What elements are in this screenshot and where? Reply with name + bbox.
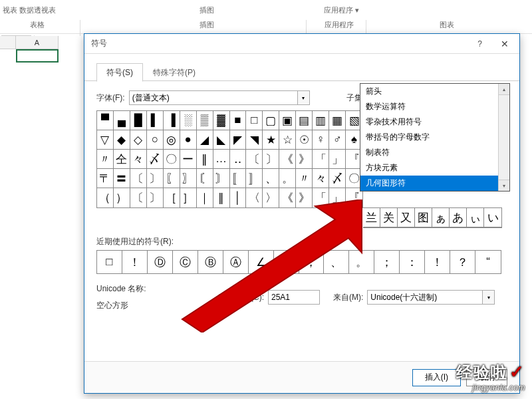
recent-symbols-row[interactable]: □！ⒹⒸⒷⒶ∠└，、。；：！？“ bbox=[96, 250, 501, 274]
symbol-cell[interactable]: 」 bbox=[329, 150, 346, 169]
recent-symbol-cell[interactable]: ！ bbox=[122, 251, 148, 273]
symbol-cell[interactable]: ◥ bbox=[246, 130, 263, 150]
symbol-cell[interactable]: ♂ bbox=[329, 130, 346, 150]
symbol-cell[interactable]: ［ bbox=[164, 188, 180, 207]
recent-symbol-cell[interactable]: Ⓑ bbox=[198, 251, 223, 273]
symbol-cell[interactable]: █ bbox=[130, 111, 147, 130]
symbol-cell[interactable]: 〇 bbox=[164, 150, 180, 169]
active-cell[interactable] bbox=[16, 49, 59, 63]
symbol-cell[interactable]: ▽ bbox=[97, 130, 114, 150]
symbol-cell[interactable]: 又 bbox=[398, 208, 415, 227]
symbol-cell[interactable]: ▐ bbox=[164, 111, 180, 130]
symbol-cell[interactable]: 兰 bbox=[363, 208, 380, 227]
recent-symbol-cell[interactable]: □ bbox=[97, 251, 122, 273]
symbol-cell[interactable]: ◢ bbox=[197, 130, 213, 150]
symbol-cell[interactable]: ▌ bbox=[147, 111, 164, 130]
symbol-cell[interactable]: ▥ bbox=[313, 111, 329, 130]
dropdown-item[interactable]: 零杂技术用符号 bbox=[360, 114, 509, 130]
symbol-cell[interactable]: 〓 bbox=[114, 169, 130, 188]
symbol-grid[interactable]: ▀▄█▌▐░▒▓■□▢▣▤▥▦▧ ▽◆◇○◎●◢◣◤◥★☆☉♀♂♠ 〃仝々〆〇ー… bbox=[96, 110, 363, 208]
recent-symbol-cell[interactable]: ∠ bbox=[249, 251, 274, 273]
recent-symbol-cell[interactable]: Ⓓ bbox=[148, 251, 173, 273]
symbol-cell[interactable]: 关 bbox=[380, 208, 398, 227]
symbol-cell[interactable]: 〙 bbox=[213, 169, 230, 188]
symbol-cell[interactable]: 〆 bbox=[147, 150, 164, 169]
symbol-cell[interactable]: ▀ bbox=[97, 111, 114, 130]
symbol-cell[interactable]: 〕 bbox=[147, 169, 164, 188]
recent-symbol-cell[interactable]: ： bbox=[400, 251, 425, 273]
symbol-cell[interactable]: 〘 bbox=[197, 169, 213, 188]
symbol-cell[interactable]: い bbox=[484, 208, 501, 227]
symbol-cell[interactable]: 〚 bbox=[230, 169, 247, 188]
recent-symbol-cell[interactable]: “ bbox=[475, 251, 501, 273]
symbol-cell[interactable]: 「 bbox=[313, 188, 329, 207]
help-button[interactable]: ? bbox=[475, 38, 485, 50]
symbol-cell[interactable]: 〉 bbox=[263, 188, 279, 207]
symbol-cell[interactable]: 〔 bbox=[130, 188, 147, 207]
scroll-up-icon[interactable]: ▴ bbox=[499, 84, 509, 95]
select-all-corner[interactable] bbox=[0, 36, 16, 49]
col-header-a[interactable]: A bbox=[16, 36, 59, 49]
symbol-cell[interactable]: ◎ bbox=[164, 130, 180, 150]
symbol-cell[interactable]: ♀ bbox=[313, 130, 329, 150]
recent-symbol-cell[interactable]: ！ bbox=[425, 251, 450, 273]
symbol-cell[interactable]: 〔 bbox=[246, 150, 263, 169]
symbol-cell[interactable]: ◣ bbox=[213, 130, 230, 150]
recent-symbol-cell[interactable]: 。 bbox=[349, 251, 374, 273]
symbol-cell[interactable]: ☆ bbox=[279, 130, 296, 150]
dropdown-item[interactable]: 数学运算符 bbox=[360, 99, 509, 114]
symbol-cell[interactable]: 」 bbox=[329, 188, 346, 207]
insert-button[interactable]: 插入(I) bbox=[412, 369, 461, 386]
symbol-cell[interactable]: ｜ bbox=[197, 188, 213, 207]
symbol-cell[interactable]: ▄ bbox=[114, 111, 130, 130]
symbol-cell[interactable]: ■ bbox=[230, 111, 247, 130]
recent-symbol-cell[interactable]: Ⓒ bbox=[173, 251, 198, 273]
symbol-cell[interactable]: 〕 bbox=[263, 150, 279, 169]
dropdown-item[interactable]: 箭头 bbox=[360, 84, 509, 99]
symbol-cell[interactable]: ☉ bbox=[296, 130, 313, 150]
dropdown-item[interactable]: 方块元素 bbox=[360, 160, 509, 176]
symbol-cell[interactable]: 〆 bbox=[329, 169, 346, 188]
symbol-cell[interactable]: ー bbox=[180, 150, 197, 169]
symbol-cell[interactable]: 〈 bbox=[246, 188, 263, 207]
symbol-cell[interactable]: ‖ bbox=[213, 188, 230, 207]
symbol-cell[interactable]: あ bbox=[450, 208, 467, 227]
symbol-cell[interactable]: ○ bbox=[147, 130, 164, 150]
symbol-cell[interactable]: │ bbox=[230, 188, 247, 207]
symbol-cell[interactable]: 〖 bbox=[164, 169, 180, 188]
recent-symbol-cell[interactable]: ？ bbox=[450, 251, 475, 273]
from-combo[interactable]: Unicode(十六进制) ▾ bbox=[367, 290, 495, 305]
symbol-cell[interactable]: 〕 bbox=[147, 188, 164, 207]
symbol-cell[interactable]: … bbox=[213, 150, 230, 169]
symbol-cell[interactable]: ▒ bbox=[197, 111, 213, 130]
symbol-cell[interactable]: ） bbox=[114, 188, 130, 207]
symbol-cell[interactable]: ‖ bbox=[197, 150, 213, 169]
symbol-cell[interactable]: ◆ bbox=[114, 130, 130, 150]
recent-symbol-cell[interactable]: ， bbox=[299, 251, 325, 273]
symbol-cell[interactable]: ▣ bbox=[279, 111, 296, 130]
recent-symbol-cell[interactable]: └ bbox=[274, 251, 299, 273]
recent-symbol-cell[interactable]: ； bbox=[374, 251, 400, 273]
symbol-cell[interactable]: ‥ bbox=[230, 150, 247, 169]
dropdown-item[interactable]: 带括号的字母数字 bbox=[360, 130, 509, 145]
tab-special-chars[interactable]: 特殊字符(P) bbox=[143, 63, 205, 81]
symbol-cell[interactable]: 》 bbox=[296, 150, 313, 169]
symbol-cell[interactable]: ● bbox=[180, 130, 197, 150]
recent-symbol-cell[interactable]: 、 bbox=[324, 251, 349, 273]
symbol-cell[interactable]: （ bbox=[97, 188, 114, 207]
symbol-cell[interactable]: 〃 bbox=[97, 150, 114, 169]
recent-symbol-cell[interactable]: Ⓐ bbox=[223, 251, 249, 273]
symbol-cell[interactable]: 〔 bbox=[130, 169, 147, 188]
symbol-cell[interactable]: ▤ bbox=[296, 111, 313, 130]
symbol-cell[interactable]: 〗 bbox=[180, 169, 197, 188]
dropdown-scrollbar[interactable]: ▴ ▾ bbox=[498, 84, 509, 191]
symbol-cell[interactable]: ★ bbox=[263, 130, 279, 150]
symbol-cell[interactable]: ▢ bbox=[263, 111, 279, 130]
symbol-cell[interactable]: 々 bbox=[130, 150, 147, 169]
symbol-cell[interactable]: 「 bbox=[313, 150, 329, 169]
symbol-cell[interactable]: 。 bbox=[279, 169, 296, 188]
symbol-cell[interactable]: 〃 bbox=[296, 169, 313, 188]
symbol-cell[interactable]: □ bbox=[246, 111, 263, 130]
symbol-cell[interactable]: ▦ bbox=[329, 111, 346, 130]
symbol-cell[interactable]: ◇ bbox=[130, 130, 147, 150]
